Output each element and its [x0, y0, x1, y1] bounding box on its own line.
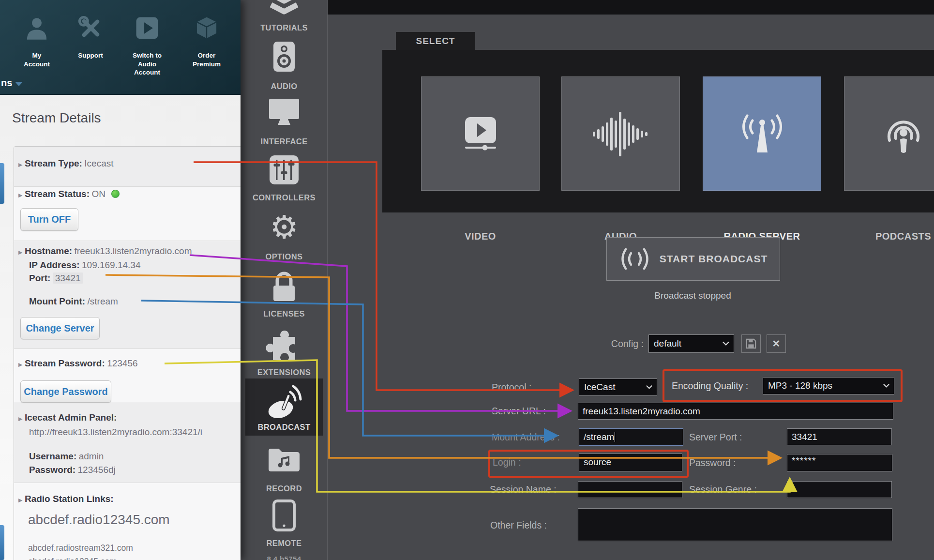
- server-url-input[interactable]: freeuk13.listen2myradio.com: [578, 403, 893, 420]
- window-top-bar: [328, 0, 934, 15]
- chevrons-icon: [241, 0, 328, 15]
- label-line: Audio: [121, 60, 174, 69]
- session-name-input[interactable]: [578, 481, 682, 498]
- sidebar-item-interface[interactable]: [241, 98, 328, 126]
- start-broadcast-button[interactable]: START BROADCAST: [606, 237, 780, 281]
- radio-tower-icon: [738, 110, 786, 158]
- cut-menu-label: ns: [1, 77, 12, 88]
- tile-audio[interactable]: AUDIO: [561, 76, 680, 191]
- change-server-button[interactable]: Change Server: [20, 317, 100, 339]
- disclosure-triangle-icon: ▶: [18, 249, 22, 255]
- session-genre-label: Session Genre :: [689, 481, 757, 498]
- stream-details-page: My Account Support: [0, 0, 241, 560]
- chevron-down-icon: [723, 342, 729, 346]
- radio-link-tertiary[interactable]: abcdef.radio12345.com: [28, 557, 117, 560]
- protocol-value: IceCast: [584, 382, 615, 392]
- support-button[interactable]: Support: [64, 51, 117, 60]
- sidebar-label-remote[interactable]: REMOTE: [241, 539, 328, 548]
- mixer-icon: [241, 155, 328, 185]
- satellite-icon: [241, 381, 328, 422]
- tablet-icon: [241, 499, 328, 531]
- monitor-icon: [241, 98, 328, 126]
- session-genre-input[interactable]: [787, 481, 892, 498]
- sidebar-item-broadcast[interactable]: [241, 381, 328, 422]
- mount-point-row: Mount Point: /stream: [29, 296, 118, 307]
- admin-panel-url[interactable]: http://freeuk13.listen2myradio.com:33421…: [29, 427, 241, 438]
- admin-panel-label: Icecast Admin Panel:: [25, 412, 117, 423]
- sidebar-label-extensions[interactable]: EXTENSIONS: [241, 368, 328, 377]
- session-name-label: Session Name :: [490, 481, 557, 498]
- user-icon: [24, 15, 49, 41]
- video-icon: [461, 117, 500, 151]
- order-premium-button[interactable]: Order Premium: [180, 51, 233, 68]
- config-dropdown[interactable]: default: [648, 334, 734, 353]
- sidebar-label-controllers[interactable]: CONTROLLERS: [241, 193, 328, 202]
- stream-type-value: Icecast: [84, 158, 113, 168]
- tile-video[interactable]: VIDEO: [421, 76, 540, 191]
- admin-password-row: Password: 123456dj: [29, 465, 116, 475]
- tab-select[interactable]: SELECT: [396, 32, 475, 50]
- turn-off-button[interactable]: Turn OFF: [20, 208, 78, 231]
- other-fields-label: Other Fields :: [490, 517, 547, 534]
- cube-icon: [194, 15, 219, 41]
- admin-password-value: 123456dj: [78, 465, 116, 475]
- radio-link-secondary[interactable]: abcdef.radiostream321.com: [28, 543, 133, 553]
- cut-menu-dropdown[interactable]: ns: [1, 77, 23, 89]
- protocol-dropdown[interactable]: IceCast: [579, 378, 657, 396]
- sidebar-item-extensions[interactable]: [241, 327, 328, 362]
- tile-radio-server[interactable]: RADIO SERVER: [703, 76, 821, 191]
- partial-blue-button[interactable]: [0, 525, 4, 560]
- password-input[interactable]: ******: [787, 454, 892, 471]
- play-icon: [135, 15, 160, 41]
- port-row: Port: 33421: [29, 273, 83, 284]
- partial-blue-button[interactable]: [0, 163, 4, 204]
- change-password-button[interactable]: Change Password: [20, 380, 111, 403]
- gear-icon: ⚙: [270, 209, 298, 245]
- sidebar-label-options[interactable]: OPTIONS: [241, 252, 328, 261]
- label-line: Account: [10, 60, 63, 69]
- label-line: Support: [64, 51, 117, 60]
- lock-icon: [241, 270, 328, 303]
- podcast-icon: [882, 112, 925, 156]
- mount-address-value: /stream: [584, 432, 614, 442]
- page-title: Stream Details: [12, 110, 101, 126]
- sidebar-item-remote[interactable]: [241, 499, 328, 531]
- mount-address-input[interactable]: /stream: [579, 428, 683, 446]
- other-fields-textarea[interactable]: [578, 508, 892, 541]
- sidebar-item-audio[interactable]: [241, 41, 328, 72]
- save-config-button[interactable]: [741, 334, 761, 353]
- close-icon: ✕: [772, 338, 781, 349]
- sidebar-item-tutorials[interactable]: [241, 0, 328, 15]
- mount-point-label: Mount Point:: [29, 296, 85, 306]
- switch-to-audio-account-button[interactable]: Switch to Audio Account: [121, 51, 174, 77]
- sidebar-label-licenses[interactable]: LICENSES: [241, 309, 328, 318]
- config-value: default: [654, 338, 681, 348]
- ip-label: IP Address:: [29, 260, 80, 270]
- my-account-button[interactable]: My Account: [10, 51, 63, 68]
- stream-password-label: Stream Password:: [25, 358, 105, 368]
- tile-podcasts[interactable]: PODCASTS: [844, 76, 934, 191]
- delete-config-button[interactable]: ✕: [767, 334, 786, 353]
- broadcast-waves-icon: [619, 248, 651, 270]
- sidebar-label-broadcast[interactable]: BROADCAST: [241, 423, 328, 432]
- hostname-label: Hostname:: [25, 246, 72, 256]
- sidebar-label-record[interactable]: RECORD: [241, 484, 328, 493]
- admin-password-label: Password:: [29, 465, 75, 475]
- sidebar-label-tutorials[interactable]: TUTORIALS: [241, 23, 328, 32]
- chevron-down-icon: [15, 82, 23, 86]
- ip-row: IP Address: 109.169.14.34: [29, 260, 141, 271]
- sidebar-item-record[interactable]: [241, 444, 328, 473]
- sidebar-item-options[interactable]: ⚙: [241, 211, 328, 243]
- username-label: Username:: [29, 451, 76, 461]
- server-port-input[interactable]: 33421: [787, 428, 892, 445]
- sidebar-item-licenses[interactable]: [241, 270, 328, 303]
- disclosure-triangle-icon: ▶: [18, 192, 22, 198]
- sidebar-label-interface[interactable]: INTERFACE: [241, 137, 328, 146]
- hostname-value: freeuk13.listen2myradio.com: [75, 246, 192, 256]
- radio-link-primary[interactable]: abcdef.radio12345.com: [28, 512, 170, 528]
- sidebar-item-controllers[interactable]: [241, 155, 328, 185]
- label-line: My: [10, 51, 63, 60]
- label-line: Premium: [180, 60, 233, 69]
- sidebar-label-audio[interactable]: AUDIO: [241, 82, 328, 91]
- tools-icon: [78, 15, 103, 41]
